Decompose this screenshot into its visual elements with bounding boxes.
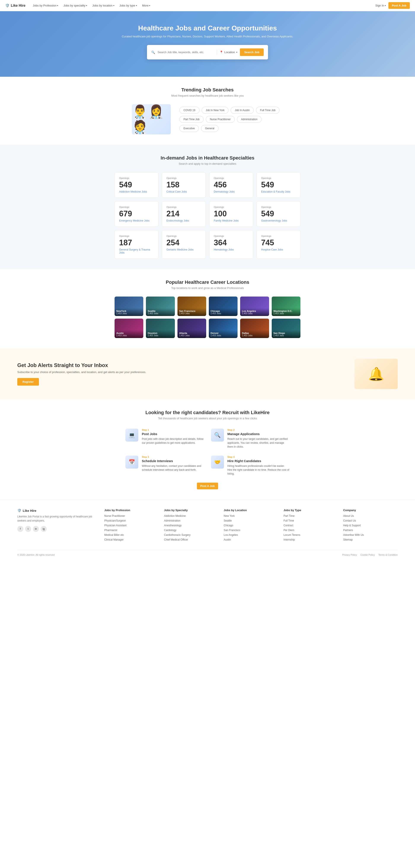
location-card-los-angeles[interactable]: Los Angeles 2,453 Jobs xyxy=(240,297,269,316)
openings-label: Openings xyxy=(214,235,249,237)
nav-jobs-location[interactable]: Jobs by location ▾ xyxy=(90,3,116,8)
footer-brand-desc: LikeHire Job Portal is a fast growing op… xyxy=(17,515,99,523)
footer-link[interactable]: Physician Assistant xyxy=(104,524,159,527)
location-card-austin[interactable]: Austin 2,453 Jobs xyxy=(115,318,143,338)
footer-link[interactable]: Seattle xyxy=(224,519,278,522)
specialty-link[interactable]: Geriatric Medicine Jobs xyxy=(166,248,201,251)
search-button[interactable]: Search Job xyxy=(240,49,264,56)
location-card-houston[interactable]: Houston 2,453 Jobs xyxy=(146,318,174,338)
footer-link[interactable]: Sitemap xyxy=(343,538,398,541)
footer-link[interactable]: Advertise With Us xyxy=(343,533,398,536)
openings-label: Openings xyxy=(119,235,154,237)
footer-link[interactable]: Anesthesiology xyxy=(164,524,219,527)
footer-link[interactable]: Austin xyxy=(224,538,278,541)
specialty-link[interactable]: Hematology Jobs xyxy=(214,248,249,251)
specialty-link[interactable]: Hospice Care Jobs xyxy=(261,248,296,251)
handshake-icon: 🤝 xyxy=(214,459,221,465)
brand-logo[interactable]: 🛡️ Like Hire xyxy=(5,3,26,7)
specialty-count: 364 xyxy=(214,238,249,247)
location-overlay: Washington D.C. 2,453 Jobs xyxy=(272,308,300,316)
location-overlay: San Diego 2,453 Jobs xyxy=(272,330,300,338)
specialty-link[interactable]: Critical Care Jobs xyxy=(166,190,201,193)
location-card-dallas[interactable]: Dallas 2,453 Jobs xyxy=(240,318,269,338)
footer: 🛡️ Like Hire LikeHire Job Portal is a fa… xyxy=(0,500,415,560)
instagram-icon[interactable]: ig xyxy=(41,526,47,532)
tag-covid19[interactable]: COVID 19 xyxy=(180,107,199,114)
footer-link[interactable]: Medical Biller etc xyxy=(104,533,159,536)
footer-link[interactable]: Part Time xyxy=(283,515,338,518)
nav-jobs-type[interactable]: Jobs by type ▾ xyxy=(117,3,139,8)
footer-link[interactable]: San Francisco xyxy=(224,529,278,532)
footer-link[interactable]: Cardiology xyxy=(164,529,219,532)
location-name: Dallas xyxy=(242,332,267,334)
tag-job-austin[interactable]: Job In Austin xyxy=(231,107,254,114)
footer-link[interactable]: Cardiothoracic Surgery xyxy=(164,533,219,536)
footer-link[interactable]: About Us xyxy=(343,515,398,518)
twitter-icon[interactable]: t xyxy=(25,526,31,532)
location-card-seattle[interactable]: Seattle 2,453 Jobs xyxy=(146,297,174,316)
search-input[interactable] xyxy=(158,51,214,54)
footer-link[interactable]: New York xyxy=(224,515,278,518)
facebook-icon[interactable]: f xyxy=(17,526,23,532)
footer-link[interactable]: Los Angeles xyxy=(224,533,278,536)
footer-link[interactable]: Contact Us xyxy=(343,519,398,522)
footer-link[interactable]: Nurse Practitioner xyxy=(104,515,159,518)
footer-link[interactable]: Pharmacist xyxy=(104,529,159,532)
specialty-link[interactable]: Gastroenterology Jobs xyxy=(261,219,296,222)
openings-label: Openings xyxy=(261,177,296,179)
tag-general[interactable]: General xyxy=(201,125,219,132)
post-job-button[interactable]: Post A Job xyxy=(388,2,410,9)
chevron-icon: ▾ xyxy=(86,4,87,7)
location-selector[interactable]: 📍 Location ▾ xyxy=(220,51,237,54)
location-card-chicago[interactable]: Chicago 2,453 Jobs xyxy=(209,297,237,316)
location-overlay: NewYork 2,453 Jobs xyxy=(115,308,143,316)
specialty-link[interactable]: Emergency Medicine Jobs xyxy=(119,219,154,222)
tag-executive[interactable]: Executive xyxy=(180,125,199,132)
footer-link[interactable]: Per Diem xyxy=(283,529,338,532)
tag-job-new-york[interactable]: Job In New York xyxy=(202,107,229,114)
specialty-link[interactable]: Family Medicine Jobs xyxy=(214,219,249,222)
tag-part-time[interactable]: Part Time Job xyxy=(180,116,203,123)
location-card-newyork[interactable]: NewYork 2,453 Jobs xyxy=(115,297,143,316)
footer-link[interactable]: Locum Tenens xyxy=(283,533,338,536)
terms-link[interactable]: Terms & Condition xyxy=(378,554,398,556)
footer-link[interactable]: Full Time xyxy=(283,519,338,522)
chevron-down-icon: ▾ xyxy=(236,51,237,53)
footer-link[interactable]: Internship xyxy=(283,538,338,541)
footer-link[interactable]: Partners xyxy=(343,529,398,532)
footer-link[interactable]: Clinical Manager xyxy=(104,538,159,541)
cookie-policy-link[interactable]: Cookie Policy xyxy=(360,554,375,556)
footer-link[interactable]: Help & Support xyxy=(343,524,398,527)
footer-link[interactable]: Chicago xyxy=(224,524,278,527)
step-desc: Without any hesitation, contact your can… xyxy=(142,464,204,472)
tag-full-time[interactable]: Full Time Job xyxy=(256,107,280,114)
specialty-link[interactable]: Dermatology Jobs xyxy=(214,190,249,193)
footer-link[interactable]: Physician/Surgeon xyxy=(104,519,159,522)
location-card-denver[interactable]: Denver 2,453 Jobs xyxy=(209,318,237,338)
specialty-link[interactable]: General Surgery & Trauma Jobs xyxy=(119,248,154,254)
nav-jobs-profession[interactable]: Jobs by Profession ▾ xyxy=(31,3,61,8)
specialty-link[interactable]: Addiction Medicine Jobs xyxy=(119,190,154,193)
location-card-washington-dc[interactable]: Washington D.C. 2,453 Jobs xyxy=(272,297,300,316)
footer-link[interactable]: Contract xyxy=(283,524,338,527)
location-card-san-francisco[interactable]: San Francisco 2,453 Jobs xyxy=(178,297,206,316)
footer-link[interactable]: Administration xyxy=(164,519,219,522)
tag-administration[interactable]: Administration xyxy=(237,116,261,123)
footer-col-links: Part Time Full Time Contract Per Diem Lo… xyxy=(283,515,338,541)
register-button[interactable]: Register xyxy=(17,378,39,385)
tag-nurse-practitioner[interactable]: Nurse Practitioner xyxy=(206,116,235,123)
specialty-link[interactable]: Endocrinology Jobs xyxy=(166,219,201,222)
privacy-policy-link[interactable]: Privacy Policy xyxy=(342,554,357,556)
location-overlay: Dallas 2,453 Jobs xyxy=(240,330,269,338)
footer-link[interactable]: Addiction Medicine xyxy=(164,515,219,518)
location-card-san-diego[interactable]: San Diego 2,453 Jobs xyxy=(272,318,300,338)
post-job-cta-button[interactable]: Post A Job xyxy=(197,483,218,489)
footer-link[interactable]: Chief Medical Officer xyxy=(164,538,219,541)
chevron-icon: ▾ xyxy=(385,4,386,7)
nav-jobs-speciality[interactable]: Jobs by speciality ▾ xyxy=(61,3,89,8)
specialty-link[interactable]: Education & Faculty Jobs xyxy=(261,190,296,193)
linkedin-icon[interactable]: in xyxy=(33,526,39,532)
signin-button[interactable]: Sign In ▾ xyxy=(376,4,386,7)
nav-more[interactable]: More ▾ xyxy=(140,3,153,8)
location-card-atlanta[interactable]: Atlanta 2,453 Jobs xyxy=(178,318,206,338)
